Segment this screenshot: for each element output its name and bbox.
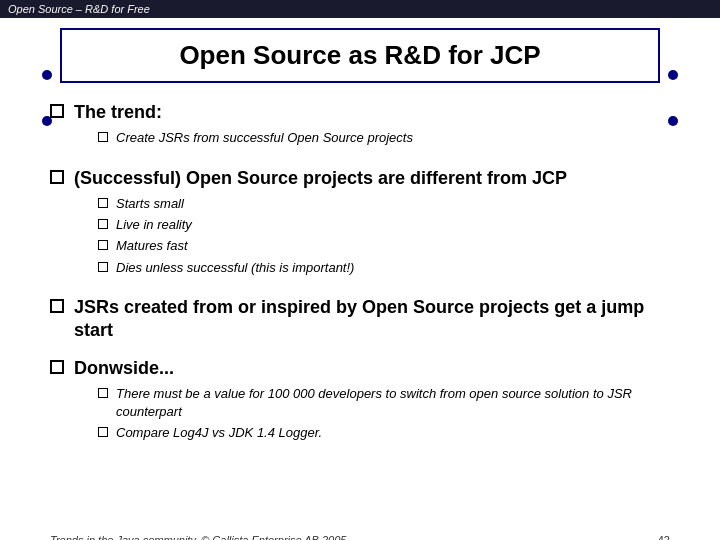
top-bar-label: Open Source – R&D for Free [8, 3, 150, 15]
bullet-item-successful: (Successful) Open Source projects are di… [50, 167, 670, 282]
sub-bullet-item: Create JSRs from successful Open Source … [98, 129, 413, 147]
sub-bullets-downside: There must be a value for 100 000 develo… [98, 385, 670, 443]
corner-dot-tl [42, 70, 52, 80]
bullet-text-downside: Donwside... [74, 358, 174, 378]
footer: Trends in the Java community, © Callista… [50, 534, 670, 540]
sub-bullet-compare: Compare Log4J vs JDK 1.4 Logger. [98, 424, 670, 442]
sub-bullet-square-4 [98, 262, 108, 272]
corner-dot-bl [42, 116, 52, 126]
title-box: Open Source as R&D for JCP [60, 28, 660, 83]
sub-bullet-square-3 [98, 240, 108, 250]
top-bar: Open Source – R&D for Free [0, 0, 720, 18]
sub-bullet-text-4: Dies unless successful (this is importan… [116, 259, 354, 277]
sub-bullet-square-d1 [98, 388, 108, 398]
sub-bullet-live-reality: Live in reality [98, 216, 567, 234]
sub-bullet-dies: Dies unless successful (this is importan… [98, 259, 567, 277]
bullet-square-downside [50, 360, 64, 374]
bullet-square-trend [50, 104, 64, 118]
slide-container: Open Source as R&D for JCP The trend: Cr… [0, 28, 720, 540]
sub-bullet-square-1 [98, 198, 108, 208]
footer-left: Trends in the Java community, © Callista… [50, 534, 346, 540]
slide-title: Open Source as R&D for JCP [82, 40, 638, 71]
sub-bullet-square [98, 132, 108, 142]
bullet-item-trend: The trend: Create JSRs from successful O… [50, 101, 670, 153]
bullet-item-jsrs: JSRs created from or inspired by Open So… [50, 296, 670, 343]
sub-bullet-text-2: Live in reality [116, 216, 192, 234]
sub-bullet-text-3: Matures fast [116, 237, 188, 255]
sub-bullet-square-d2 [98, 427, 108, 437]
sub-bullet-text-d2: Compare Log4J vs JDK 1.4 Logger. [116, 424, 322, 442]
bullet-item-downside: Donwside... There must be a value for 10… [50, 357, 670, 448]
sub-bullet-text: Create JSRs from successful Open Source … [116, 129, 413, 147]
sub-bullet-value: There must be a value for 100 000 develo… [98, 385, 670, 421]
corner-dot-br [668, 116, 678, 126]
sub-bullet-text-1: Starts small [116, 195, 184, 213]
footer-page: 42 [658, 534, 670, 540]
bullet-text-successful: (Successful) Open Source projects are di… [74, 168, 567, 188]
sub-bullets-successful: Starts small Live in reality Matures fas… [98, 195, 567, 277]
sub-bullets-trend: Create JSRs from successful Open Source … [98, 129, 413, 147]
bullet-square-jsrs [50, 299, 64, 313]
bullet-square-successful [50, 170, 64, 184]
bullet-text-jsrs: JSRs created from or inspired by Open So… [74, 296, 670, 343]
sub-bullet-text-d1: There must be a value for 100 000 develo… [116, 385, 670, 421]
sub-bullet-starts-small: Starts small [98, 195, 567, 213]
sub-bullet-matures: Matures fast [98, 237, 567, 255]
corner-dot-tr [668, 70, 678, 80]
bullet-text-trend: The trend: [74, 102, 162, 122]
sub-bullet-square-2 [98, 219, 108, 229]
content-area: The trend: Create JSRs from successful O… [0, 101, 720, 447]
